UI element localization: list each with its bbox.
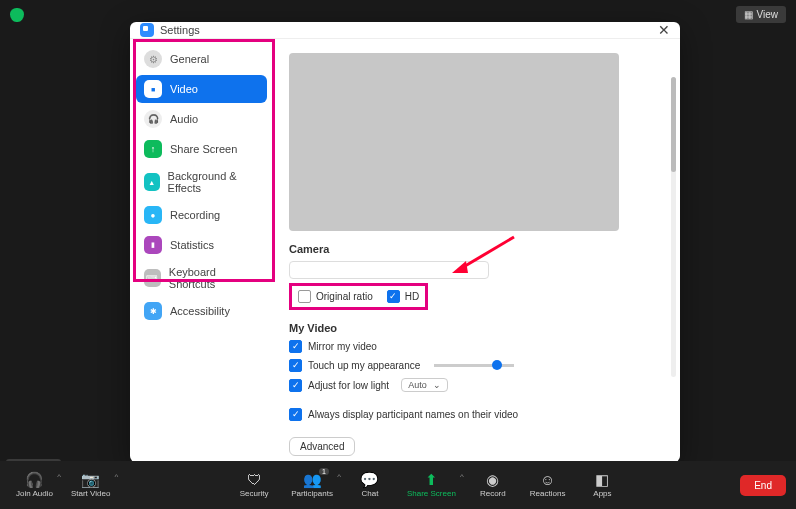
- sidebar-item-label: Background & Effects: [168, 170, 259, 194]
- participants-count: 1: [319, 468, 329, 475]
- original-ratio-label: Original ratio: [316, 291, 373, 302]
- start-video-button[interactable]: 📷Start Video^: [65, 468, 116, 502]
- touchup-label: Touch up my appearance: [308, 360, 420, 371]
- sidebar-item-video[interactable]: Video: [136, 75, 267, 103]
- scrollbar[interactable]: [671, 77, 676, 377]
- sidebar-item-label: Audio: [170, 113, 198, 125]
- record-button[interactable]: ◉Record: [470, 468, 516, 502]
- sidebar-item-label: General: [170, 53, 209, 65]
- checkbox-icon: [289, 359, 302, 372]
- settings-content: Camera Original ratio HD My Video Mirror…: [275, 39, 680, 462]
- participants-button[interactable]: 👥1Participants^: [285, 468, 339, 502]
- lowlight-mode-value: Auto: [408, 380, 427, 390]
- settings-window: Settings ✕ General Video Audio Share Scr…: [130, 22, 680, 462]
- grid-icon: ▦: [744, 9, 753, 20]
- sidebar-item-label: Accessibility: [170, 305, 230, 317]
- checkbox-icon: [289, 408, 302, 421]
- hd-checkbox[interactable]: HD: [387, 290, 419, 303]
- reactions-label: Reactions: [530, 489, 566, 498]
- apps-button[interactable]: ◧Apps: [579, 468, 625, 502]
- apps-icon: ◧: [595, 472, 609, 487]
- share-icon: ⬆: [425, 472, 438, 487]
- close-icon[interactable]: ✕: [658, 22, 670, 38]
- start-video-label: Start Video: [71, 489, 110, 498]
- background-icon: [144, 173, 160, 191]
- settings-titlebar: Settings ✕: [130, 22, 680, 39]
- sidebar-item-general[interactable]: General: [136, 45, 267, 73]
- mirror-checkbox[interactable]: Mirror my video: [289, 340, 658, 353]
- checkbox-icon: [298, 290, 311, 303]
- sidebar-item-statistics[interactable]: Statistics: [136, 231, 267, 259]
- audio-icon: [144, 110, 162, 128]
- security-button[interactable]: 🛡Security: [231, 468, 277, 502]
- original-ratio-checkbox[interactable]: Original ratio: [298, 290, 373, 303]
- security-label: Security: [240, 489, 269, 498]
- settings-sidebar: General Video Audio Share Screen Backgro…: [130, 39, 275, 462]
- sidebar-item-label: Share Screen: [170, 143, 237, 155]
- sidebar-item-recording[interactable]: Recording: [136, 201, 267, 229]
- participants-icon: 👥: [303, 472, 322, 487]
- recording-icon: [144, 206, 162, 224]
- camera-section-label: Camera: [289, 243, 658, 255]
- reactions-icon: ☺: [540, 472, 555, 487]
- lowlight-label: Adjust for low light: [308, 380, 389, 391]
- chevron-up-icon[interactable]: ^: [57, 472, 61, 481]
- touchup-checkbox[interactable]: Touch up my appearance: [289, 359, 658, 372]
- share-screen-icon: [144, 140, 162, 158]
- always-names-label: Always display participant names on thei…: [308, 409, 518, 420]
- shield-icon: 🛡: [247, 472, 262, 487]
- view-button[interactable]: ▦ View: [736, 6, 787, 23]
- end-label: End: [754, 480, 772, 491]
- sidebar-item-accessibility[interactable]: Accessibility: [136, 297, 267, 325]
- sidebar-item-label: Statistics: [170, 239, 214, 251]
- always-names-checkbox[interactable]: Always display participant names on thei…: [289, 408, 658, 421]
- accessibility-icon: [144, 302, 162, 320]
- meeting-toolbar: 🎧Join Audio^ 📷Start Video^ 🛡Security 👥1P…: [0, 461, 796, 509]
- camera-icon: 📷: [81, 472, 100, 487]
- advanced-button[interactable]: Advanced: [289, 437, 355, 456]
- view-label: View: [757, 9, 779, 20]
- join-audio-label: Join Audio: [16, 489, 53, 498]
- share-screen-label: Share Screen: [407, 489, 456, 498]
- video-preview: [289, 53, 619, 231]
- my-video-section-label: My Video: [289, 322, 658, 334]
- lowlight-mode-select[interactable]: Auto: [401, 378, 448, 392]
- hd-label: HD: [405, 291, 419, 302]
- sidebar-item-audio[interactable]: Audio: [136, 105, 267, 133]
- participants-label: Participants: [291, 489, 333, 498]
- share-screen-button[interactable]: ⬆Share Screen^: [401, 468, 462, 502]
- chat-button[interactable]: 💬Chat: [347, 468, 393, 502]
- security-shield-icon[interactable]: [10, 8, 24, 22]
- headphones-icon: 🎧: [25, 472, 44, 487]
- sidebar-item-label: Keyboard Shortcuts: [169, 266, 259, 290]
- settings-title: Settings: [160, 24, 200, 36]
- sidebar-item-keyboard[interactable]: Keyboard Shortcuts: [136, 261, 267, 295]
- chevron-up-icon[interactable]: ^: [460, 472, 464, 481]
- chevron-up-icon[interactable]: ^: [115, 472, 119, 481]
- sidebar-item-background[interactable]: Background & Effects: [136, 165, 267, 199]
- apps-label: Apps: [593, 489, 611, 498]
- sidebar-item-share-screen[interactable]: Share Screen: [136, 135, 267, 163]
- advanced-label: Advanced: [300, 441, 344, 452]
- zoom-logo-icon: [140, 23, 154, 37]
- chat-label: Chat: [361, 489, 378, 498]
- checkbox-icon: [289, 340, 302, 353]
- camera-select[interactable]: [289, 261, 489, 279]
- end-button[interactable]: End: [740, 475, 786, 496]
- touchup-slider[interactable]: [434, 364, 514, 367]
- record-icon: ◉: [486, 472, 499, 487]
- statistics-icon: [144, 236, 162, 254]
- keyboard-icon: [144, 269, 161, 287]
- video-icon: [144, 80, 162, 98]
- sidebar-item-label: Recording: [170, 209, 220, 221]
- sidebar-item-label: Video: [170, 83, 198, 95]
- chat-icon: 💬: [360, 472, 379, 487]
- join-audio-button[interactable]: 🎧Join Audio^: [10, 468, 59, 502]
- mirror-label: Mirror my video: [308, 341, 377, 352]
- lowlight-checkbox[interactable]: Adjust for low lightAuto: [289, 378, 658, 392]
- record-label: Record: [480, 489, 506, 498]
- reactions-button[interactable]: ☺Reactions: [524, 468, 572, 502]
- general-icon: [144, 50, 162, 68]
- chevron-up-icon[interactable]: ^: [337, 472, 341, 481]
- checkbox-icon: [289, 379, 302, 392]
